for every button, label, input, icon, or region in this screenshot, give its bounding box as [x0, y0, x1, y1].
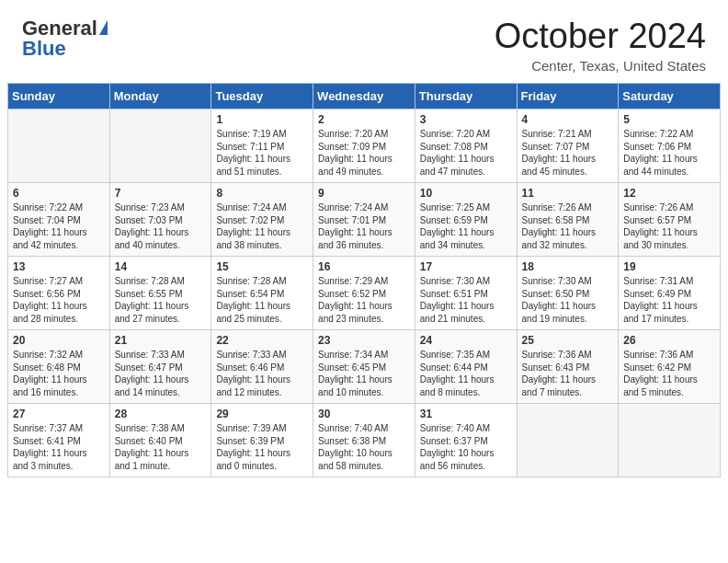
- day-info: Sunrise: 7:29 AM Sunset: 6:52 PM Dayligh…: [318, 275, 410, 325]
- page-header: General Blue October 2024 Center, Texas,…: [0, 0, 728, 83]
- calendar-cell: [619, 404, 721, 477]
- calendar-cell: 23Sunrise: 7:34 AM Sunset: 6:45 PM Dayli…: [313, 330, 415, 404]
- calendar-cell: 24Sunrise: 7:35 AM Sunset: 6:44 PM Dayli…: [415, 330, 517, 404]
- location-text: Center, Texas, United States: [495, 58, 706, 74]
- day-info: Sunrise: 7:38 AM Sunset: 6:40 PM Dayligh…: [115, 422, 207, 472]
- day-number: 17: [420, 260, 512, 273]
- day-info: Sunrise: 7:31 AM Sunset: 6:49 PM Dayligh…: [623, 275, 715, 325]
- calendar-cell: 9Sunrise: 7:24 AM Sunset: 7:01 PM Daylig…: [313, 183, 415, 257]
- day-number: 4: [522, 113, 614, 126]
- day-number: 16: [318, 260, 410, 273]
- calendar-cell: 2Sunrise: 7:20 AM Sunset: 7:09 PM Daylig…: [313, 109, 415, 183]
- day-info: Sunrise: 7:28 AM Sunset: 6:54 PM Dayligh…: [216, 275, 308, 325]
- day-number: 28: [115, 408, 207, 420]
- calendar-row: 27Sunrise: 7:37 AM Sunset: 6:41 PM Dayli…: [8, 404, 721, 477]
- calendar-cell: 20Sunrise: 7:32 AM Sunset: 6:48 PM Dayli…: [8, 330, 110, 404]
- day-number: 7: [115, 187, 207, 200]
- day-info: Sunrise: 7:33 AM Sunset: 6:46 PM Dayligh…: [216, 349, 308, 398]
- calendar-cell: 13Sunrise: 7:27 AM Sunset: 6:56 PM Dayli…: [8, 257, 110, 330]
- calendar-row: 20Sunrise: 7:32 AM Sunset: 6:48 PM Dayli…: [8, 330, 721, 404]
- day-number: 10: [420, 187, 512, 200]
- logo-blue-text: Blue: [22, 37, 66, 61]
- logo: General Blue: [22, 17, 108, 61]
- day-number: 13: [13, 260, 105, 273]
- day-number: 14: [115, 260, 207, 273]
- day-info: Sunrise: 7:22 AM Sunset: 7:04 PM Dayligh…: [13, 201, 105, 251]
- calendar-cell: 7Sunrise: 7:23 AM Sunset: 7:03 PM Daylig…: [109, 183, 211, 257]
- calendar-cell: 17Sunrise: 7:30 AM Sunset: 6:51 PM Dayli…: [415, 257, 517, 330]
- day-info: Sunrise: 7:25 AM Sunset: 6:59 PM Dayligh…: [420, 201, 512, 251]
- day-info: Sunrise: 7:35 AM Sunset: 6:44 PM Dayligh…: [420, 349, 512, 398]
- day-info: Sunrise: 7:26 AM Sunset: 6:57 PM Dayligh…: [623, 201, 715, 251]
- calendar-cell: 25Sunrise: 7:36 AM Sunset: 6:43 PM Dayli…: [517, 330, 619, 404]
- day-header-saturday: Saturday: [619, 84, 721, 109]
- day-header-sunday: Sunday: [8, 84, 110, 109]
- day-header-row: SundayMondayTuesdayWednesdayThursdayFrid…: [8, 84, 721, 109]
- day-number: 23: [318, 334, 410, 347]
- day-number: 6: [13, 187, 105, 200]
- calendar-cell: 5Sunrise: 7:22 AM Sunset: 7:06 PM Daylig…: [619, 109, 721, 183]
- calendar-cell: 3Sunrise: 7:20 AM Sunset: 7:08 PM Daylig…: [415, 109, 517, 183]
- day-info: Sunrise: 7:40 AM Sunset: 6:37 PM Dayligh…: [420, 422, 512, 472]
- day-info: Sunrise: 7:24 AM Sunset: 7:01 PM Dayligh…: [318, 201, 410, 251]
- day-number: 2: [318, 113, 410, 126]
- day-info: Sunrise: 7:33 AM Sunset: 6:47 PM Dayligh…: [115, 349, 207, 398]
- day-number: 12: [623, 187, 715, 200]
- logo-triangle-icon: [99, 20, 108, 35]
- day-number: 9: [318, 187, 410, 200]
- day-info: Sunrise: 7:20 AM Sunset: 7:09 PM Dayligh…: [318, 128, 410, 178]
- calendar-cell: 21Sunrise: 7:33 AM Sunset: 6:47 PM Dayli…: [109, 330, 211, 404]
- day-info: Sunrise: 7:37 AM Sunset: 6:41 PM Dayligh…: [13, 422, 105, 472]
- day-number: 20: [13, 334, 105, 347]
- calendar-cell: 12Sunrise: 7:26 AM Sunset: 6:57 PM Dayli…: [619, 183, 721, 257]
- calendar-cell: 27Sunrise: 7:37 AM Sunset: 6:41 PM Dayli…: [8, 404, 110, 477]
- day-number: 15: [216, 260, 308, 273]
- calendar-cell: 8Sunrise: 7:24 AM Sunset: 7:02 PM Daylig…: [211, 183, 313, 257]
- calendar-cell: 22Sunrise: 7:33 AM Sunset: 6:46 PM Dayli…: [211, 330, 313, 404]
- calendar-cell: 14Sunrise: 7:28 AM Sunset: 6:55 PM Dayli…: [109, 257, 211, 330]
- day-number: 24: [420, 334, 512, 347]
- calendar-cell: 28Sunrise: 7:38 AM Sunset: 6:40 PM Dayli…: [109, 404, 211, 477]
- day-info: Sunrise: 7:19 AM Sunset: 7:11 PM Dayligh…: [216, 128, 308, 178]
- day-info: Sunrise: 7:22 AM Sunset: 7:06 PM Dayligh…: [623, 128, 715, 178]
- calendar-cell: 6Sunrise: 7:22 AM Sunset: 7:04 PM Daylig…: [8, 183, 110, 257]
- calendar-cell: 16Sunrise: 7:29 AM Sunset: 6:52 PM Dayli…: [313, 257, 415, 330]
- day-number: 27: [13, 408, 105, 420]
- calendar-row: 1Sunrise: 7:19 AM Sunset: 7:11 PM Daylig…: [8, 109, 721, 183]
- calendar-row: 6Sunrise: 7:22 AM Sunset: 7:04 PM Daylig…: [8, 183, 721, 257]
- day-number: 25: [522, 334, 614, 347]
- calendar-cell: [8, 109, 110, 183]
- day-number: 29: [216, 408, 308, 420]
- day-info: Sunrise: 7:30 AM Sunset: 6:51 PM Dayligh…: [420, 275, 512, 325]
- day-info: Sunrise: 7:34 AM Sunset: 6:45 PM Dayligh…: [318, 349, 410, 398]
- day-number: 21: [115, 334, 207, 347]
- day-info: Sunrise: 7:40 AM Sunset: 6:38 PM Dayligh…: [318, 422, 410, 472]
- calendar-cell: 15Sunrise: 7:28 AM Sunset: 6:54 PM Dayli…: [211, 257, 313, 330]
- day-number: 22: [216, 334, 308, 347]
- day-info: Sunrise: 7:36 AM Sunset: 6:43 PM Dayligh…: [522, 349, 614, 398]
- title-block: October 2024 Center, Texas, United State…: [495, 17, 706, 74]
- day-header-tuesday: Tuesday: [211, 84, 313, 109]
- day-info: Sunrise: 7:21 AM Sunset: 7:07 PM Dayligh…: [522, 128, 614, 178]
- calendar-cell: 26Sunrise: 7:36 AM Sunset: 6:42 PM Dayli…: [619, 330, 721, 404]
- day-info: Sunrise: 7:27 AM Sunset: 6:56 PM Dayligh…: [13, 275, 105, 325]
- calendar-table: SundayMondayTuesdayWednesdayThursdayFrid…: [7, 83, 721, 477]
- day-header-wednesday: Wednesday: [313, 84, 415, 109]
- calendar-cell: 29Sunrise: 7:39 AM Sunset: 6:39 PM Dayli…: [211, 404, 313, 477]
- calendar-row: 13Sunrise: 7:27 AM Sunset: 6:56 PM Dayli…: [8, 257, 721, 330]
- day-number: 18: [522, 260, 614, 273]
- calendar-cell: 10Sunrise: 7:25 AM Sunset: 6:59 PM Dayli…: [415, 183, 517, 257]
- day-info: Sunrise: 7:20 AM Sunset: 7:08 PM Dayligh…: [420, 128, 512, 178]
- day-header-thursday: Thursday: [415, 84, 517, 109]
- calendar-cell: 31Sunrise: 7:40 AM Sunset: 6:37 PM Dayli…: [415, 404, 517, 477]
- day-number: 26: [623, 334, 715, 347]
- day-info: Sunrise: 7:24 AM Sunset: 7:02 PM Dayligh…: [216, 201, 308, 251]
- day-number: 11: [522, 187, 614, 200]
- calendar-cell: 11Sunrise: 7:26 AM Sunset: 6:58 PM Dayli…: [517, 183, 619, 257]
- calendar-cell: 4Sunrise: 7:21 AM Sunset: 7:07 PM Daylig…: [517, 109, 619, 183]
- day-info: Sunrise: 7:36 AM Sunset: 6:42 PM Dayligh…: [623, 349, 715, 398]
- day-header-monday: Monday: [109, 84, 211, 109]
- day-info: Sunrise: 7:32 AM Sunset: 6:48 PM Dayligh…: [13, 349, 105, 398]
- calendar-cell: 19Sunrise: 7:31 AM Sunset: 6:49 PM Dayli…: [619, 257, 721, 330]
- day-number: 1: [216, 113, 308, 126]
